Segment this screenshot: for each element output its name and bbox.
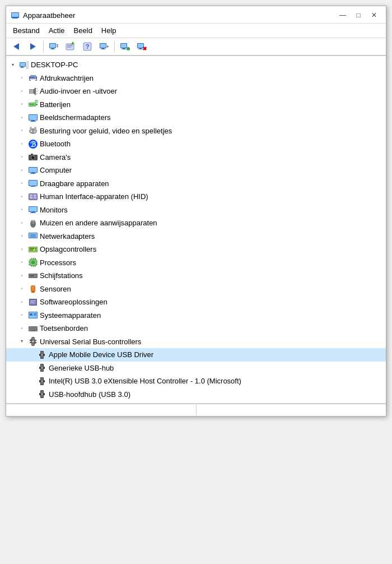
root-toggle[interactable]: ▾ [8,61,17,70]
software-toggle[interactable]: › [17,298,26,307]
tree-item-processor[interactable]: › [6,256,386,270]
tree-item-software[interactable]: › Softwareoplossingen [6,295,386,309]
svg-rect-7 [50,44,55,48]
menu-actie[interactable]: Actie [44,25,69,36]
toolbar-separator-1 [43,41,44,52]
tree-root[interactable]: ▾ DESKTOP-PC [6,58,386,72]
svg-point-161 [32,340,34,343]
svg-rect-89 [34,195,36,196]
tree-item-disk[interactable]: › Schijfstations [6,269,386,283]
computer-toggle[interactable]: › [17,166,26,175]
svg-rect-59 [29,115,37,120]
svg-rect-108 [30,249,33,251]
tree-item-hid[interactable]: › Human Interface-apparaten (HID) [6,190,386,204]
back-button[interactable] [8,40,24,53]
svg-rect-26 [123,48,125,49]
keyboard-toggle[interactable]: › [17,324,26,333]
bluetooth-toggle[interactable]: › [17,140,26,149]
help-button[interactable]: ? [80,40,95,53]
keyboard-icon [28,323,38,334]
svg-rect-21 [102,48,104,49]
sensor-icon [28,284,38,294]
tree-item-camera[interactable]: › Camera's [6,151,386,164]
minimize-button[interactable]: — [335,10,350,21]
svg-rect-155 [36,329,37,330]
tree-item-network[interactable]: › Netwerkadapters [6,230,386,243]
tree-item-computer[interactable]: › Computer [6,164,386,177]
tree-item-display[interactable]: › Beeldschermadapters [6,111,386,124]
hid-toggle[interactable]: › [17,192,26,201]
svg-line-49 [36,89,38,89]
svg-rect-36 [20,63,25,66]
display-toggle[interactable]: › [17,113,26,122]
tree-item-mouse[interactable]: › Muizen en andere aanwijsapparaten [6,216,386,230]
tree-item-intel-usb[interactable]: › Intel(R) USB 3.0 eXtensible Host Contr… [6,375,386,388]
hid-icon [28,192,38,202]
svg-rect-144 [34,313,36,315]
uninstall-button[interactable] [134,40,150,53]
svg-point-129 [35,275,36,276]
tree-item-usb[interactable]: ▾ Universal Serial Bus-controllers [6,335,386,349]
tree-item-bluetooth[interactable]: › ℬ Bluetooth [6,137,386,151]
svg-marker-48 [34,87,36,95]
svg-rect-95 [30,212,36,213]
tree-item-keyboard[interactable]: › Toetsenborden [6,322,386,335]
update-driver-button[interactable] [63,40,78,53]
disk-toggle[interactable]: › [17,271,26,280]
tree-item-apple-usb[interactable]: › Apple Mobile Device USB Driver [6,348,386,362]
mouse-toggle[interactable]: › [17,219,26,228]
tree-item-sensor[interactable]: › Sensoren [6,283,386,296]
svg-point-175 [41,380,43,382]
system-toggle[interactable]: › [17,311,26,320]
svg-text:?: ? [86,43,90,50]
gamepad-toggle[interactable]: › [17,126,26,135]
portable-toggle[interactable]: › [17,179,26,188]
menu-help[interactable]: Help [97,25,121,36]
svg-rect-122 [35,258,36,259]
mouse-label: Muizen en andere aanwijsapparaten [40,218,157,229]
forward-button[interactable] [25,40,41,53]
menu-beeld[interactable]: Beeld [69,25,97,36]
properties-button[interactable] [46,40,62,53]
battery-toggle[interactable]: › [17,100,26,109]
camera-label: Camera's [40,152,71,163]
tree-item-usb-root-hub[interactable]: › USB-hoofdhub (USB 3.0) [6,388,386,401]
tree-item-storage[interactable]: › Opslagcontrollers [6,243,386,256]
tree-item-system[interactable]: › Systeemapparaten [6,309,386,322]
svg-rect-10 [57,44,58,45]
monitors-toggle[interactable]: › [17,205,26,214]
scan-button[interactable] [96,40,112,53]
network-toggle[interactable]: › [17,232,26,241]
usb-icon [28,336,38,346]
svg-marker-5 [30,43,36,50]
printers-toggle[interactable]: › [17,73,26,82]
svg-rect-163 [35,341,36,344]
tree-item-monitors[interactable]: › Monitors [6,204,386,217]
tree-item-printers[interactable]: › Afdrukwachtrijen [6,72,386,85]
gamepad-label: Besturing voor geluid, video en spelletj… [40,126,172,137]
audio-toggle[interactable]: › [17,87,26,96]
close-button[interactable]: ✕ [367,10,381,21]
svg-rect-123 [31,266,32,267]
maximize-button[interactable]: □ [351,10,366,21]
network-icon [28,231,38,241]
svg-rect-117 [36,261,38,262]
device-tree[interactable]: ▾ DESKTOP-PC › [6,56,386,404]
tree-item-gamepad[interactable]: › Besturing voor geluid, video en spelle… [6,124,386,138]
tree-item-usb-hub[interactable]: › Generieke USB-hub [6,362,386,375]
svg-point-69 [30,127,32,130]
camera-icon [28,152,38,162]
show-hidden-button[interactable] [117,40,133,53]
tree-item-battery[interactable]: › + Batterijen [6,98,386,112]
sensor-toggle[interactable]: › [17,284,26,293]
usb-toggle[interactable]: ▾ [17,337,26,346]
menu-bestand[interactable]: Bestand [8,25,44,36]
tree-item-audio[interactable]: › Audio-invoer en -uitvoer [6,85,386,98]
storage-toggle[interactable]: › [17,245,26,254]
tree-item-portable[interactable]: › Draagbare apparaten [6,177,386,191]
processor-toggle[interactable]: › [17,258,26,267]
svg-rect-124 [33,266,34,267]
camera-toggle[interactable]: › [17,152,26,161]
svg-rect-3 [12,18,18,19]
svg-rect-25 [121,44,127,48]
